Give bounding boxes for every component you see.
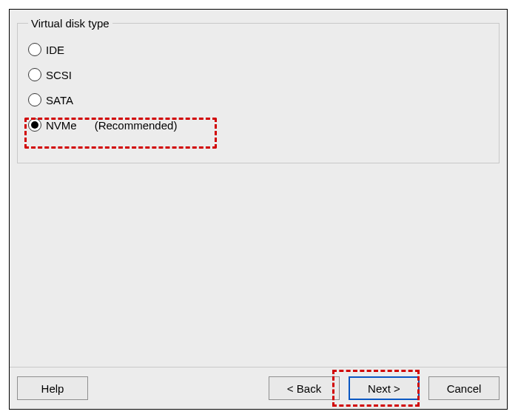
cancel-button[interactable]: Cancel [428,376,500,400]
virtual-disk-type-group: Virtual disk type IDE SCSI SATA NVMe (R [17,17,500,163]
radio-icon [28,118,41,132]
recommended-text: (Recommended) [95,119,178,132]
radio-option-nvme[interactable]: NVMe (Recommended) [28,112,488,138]
radio-icon [28,68,41,81]
next-button[interactable]: Next > [349,376,420,400]
radio-label: IDE [46,44,64,56]
window-frame: Virtual disk type IDE SCSI SATA NVMe (R [0,0,518,420]
radio-icon [28,43,41,56]
radio-label: NVMe [46,119,77,132]
back-button[interactable]: < Back [269,376,340,400]
group-legend: Virtual disk type [28,17,112,30]
radio-label: SATA [46,94,73,106]
radio-option-sata[interactable]: SATA [28,87,488,112]
dialog-content: Virtual disk type IDE SCSI SATA NVMe (R [10,10,507,367]
help-button[interactable]: Help [17,376,88,400]
radio-option-ide[interactable]: IDE [28,37,488,62]
radio-option-scsi[interactable]: SCSI [28,62,488,87]
radio-label: SCSI [46,69,72,81]
dialog-panel: Virtual disk type IDE SCSI SATA NVMe (R [9,9,508,410]
radio-icon [28,93,41,106]
button-bar: Help < Back Next > Cancel [10,368,507,409]
